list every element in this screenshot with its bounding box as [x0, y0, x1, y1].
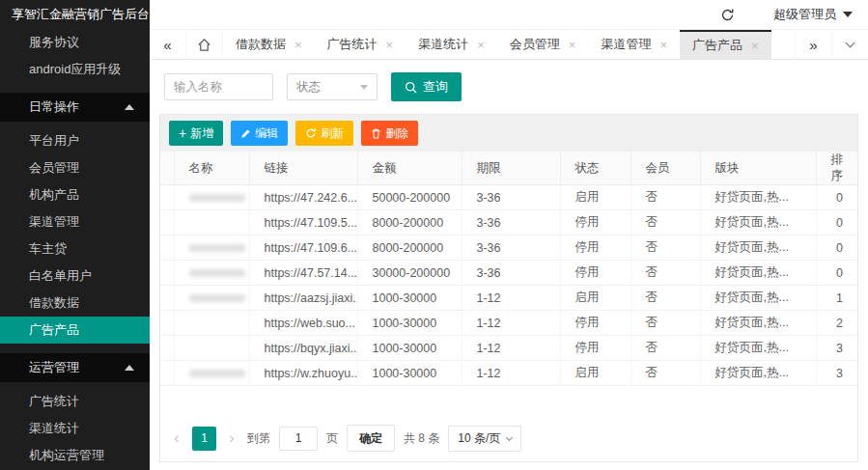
- home-icon: [197, 38, 211, 52]
- sidebar-item-car-loan[interactable]: 车主贷: [0, 235, 150, 263]
- tab-borrow-data[interactable]: 借款数据 ×: [223, 30, 315, 59]
- table-row[interactable]: https://47.109.6... 8000-200000 3-36 停用 …: [160, 235, 857, 261]
- close-icon[interactable]: ×: [569, 39, 576, 51]
- col-section[interactable]: 版块: [700, 152, 816, 185]
- tab-channel-management[interactable]: 渠道管理 ×: [588, 30, 680, 59]
- add-button[interactable]: + 新增: [169, 121, 223, 146]
- cell-term: 3-36: [462, 185, 560, 210]
- search-button-label: 查询: [423, 78, 448, 96]
- cell-sort: 0: [816, 210, 857, 235]
- sidebar-item-channel-stats[interactable]: 渠道统计: [0, 415, 150, 442]
- sidebar-item-platform-users[interactable]: 平台用户: [0, 127, 150, 154]
- app-title: 享智汇金融营销广告后台: [0, 0, 150, 29]
- close-icon[interactable]: ×: [659, 39, 667, 51]
- status-filter-select[interactable]: 状态: [287, 73, 378, 100]
- cell-name: [174, 311, 249, 336]
- sidebar-item-whitelist-users[interactable]: 白名单用户: [0, 263, 150, 290]
- sidebar-section-daily-ops[interactable]: 日常操作: [0, 93, 150, 122]
- tabs-overflow-button[interactable]: »: [795, 30, 831, 59]
- search-button[interactable]: 查询: [391, 72, 462, 101]
- close-icon[interactable]: ×: [751, 40, 759, 52]
- delete-button[interactable]: 删除: [361, 121, 418, 146]
- pagination-bar: ‹ 1 › 到第 页 确定 共 8 条 10 条/页: [160, 417, 857, 461]
- table-row[interactable]: https://bqyx.jiaxi... 1000-30000 1-12 停用…: [160, 336, 857, 361]
- redacted-name: [189, 244, 245, 252]
- cell-sort: 1: [816, 286, 857, 311]
- cell-section: 好贷页面,热...: [700, 361, 816, 386]
- cell-term: 1-12: [462, 336, 560, 361]
- sidebar-item-service-agreement[interactable]: 服务协议: [0, 29, 150, 56]
- edit-button[interactable]: 编辑: [231, 121, 288, 146]
- close-icon[interactable]: ×: [477, 39, 485, 51]
- col-term[interactable]: 期限: [462, 152, 560, 185]
- spacer-column: [160, 152, 174, 185]
- sidebar-item-institution-ops-management[interactable]: 机构运营管理: [0, 442, 150, 469]
- tabs-menu-button[interactable]: [831, 30, 868, 59]
- cell-link: https://47.109.5...: [249, 210, 357, 235]
- tab-label: 渠道管理: [601, 36, 651, 53]
- collapse-up-icon: [125, 104, 134, 110]
- table-row[interactable]: https://47.109.5... 8000-200000 3-36 停用 …: [160, 210, 857, 235]
- goto-page-input[interactable]: [279, 427, 318, 451]
- refresh-icon[interactable]: [720, 8, 735, 22]
- cell-sort: 3: [816, 336, 857, 361]
- name-filter-input[interactable]: [164, 73, 273, 100]
- close-icon[interactable]: ×: [386, 39, 394, 51]
- tab-bar: « 借款数据 × 广告统计 × 渠道统计 × 会员管理 × 渠道管理 × 广告产…: [150, 29, 868, 60]
- refresh-table-button[interactable]: 刷新: [295, 121, 353, 146]
- confirm-page-button[interactable]: 确定: [347, 425, 395, 452]
- table-empty-space: [160, 386, 857, 417]
- cell-member: 否: [630, 185, 700, 210]
- cell-member: 否: [630, 210, 700, 235]
- tab-label: 会员管理: [510, 36, 560, 53]
- sidebar-item-ad-stats[interactable]: 广告统计: [0, 388, 150, 415]
- cell-sort: 0: [816, 261, 857, 286]
- cell-status: 停用: [560, 261, 630, 286]
- table-row[interactable]: https://w.zhuoyu... 1000-30000 1-12 启用 否…: [160, 361, 857, 386]
- table-header-row: 名称 链接 金额 期限 状态 会员 版块 排序: [160, 152, 857, 185]
- page-button-1[interactable]: 1: [192, 427, 216, 451]
- col-amount[interactable]: 金额: [357, 152, 462, 185]
- tab-member-management[interactable]: 会员管理 ×: [497, 30, 589, 59]
- cell-name: [174, 210, 249, 235]
- sidebar-item-borrow-data[interactable]: 借款数据: [0, 290, 150, 317]
- redacted-name: [189, 269, 245, 277]
- next-page-button[interactable]: ›: [225, 429, 238, 447]
- user-menu[interactable]: 超级管理员: [773, 6, 853, 23]
- collapse-sidebar-button[interactable]: «: [150, 30, 186, 59]
- table-row[interactable]: https://47.57.14... 30000-200000 3-36 停用…: [160, 261, 857, 286]
- table-row[interactable]: https://web.suo... 1000-30000 1-12 停用 否 …: [160, 311, 857, 336]
- home-tab-button[interactable]: [186, 30, 223, 59]
- tab-channel-stats[interactable]: 渠道统计 ×: [406, 30, 497, 59]
- table-row[interactable]: https://47.242.6... 50000-200000 3-36 启用…: [160, 185, 857, 210]
- tab-ad-stats[interactable]: 广告统计 ×: [315, 30, 406, 59]
- close-icon[interactable]: ×: [294, 39, 302, 51]
- cell-link: https://47.109.6...: [249, 235, 357, 261]
- col-link[interactable]: 链接: [249, 152, 357, 185]
- sidebar-item-member-management[interactable]: 会员管理: [0, 154, 150, 181]
- sidebar-section-label: 日常操作: [29, 98, 79, 116]
- prev-page-button[interactable]: ‹: [170, 429, 183, 447]
- sidebar-section-label: 运营管理: [29, 359, 79, 376]
- sidebar-item-institution-products[interactable]: 机构产品: [0, 181, 150, 208]
- tab-ad-products[interactable]: 广告产品 ×: [680, 30, 771, 59]
- sidebar-item-ad-products[interactable]: 广告产品: [0, 317, 150, 344]
- sidebar-item-channel-management[interactable]: 渠道管理: [0, 208, 150, 235]
- cell-status: 停用: [560, 311, 630, 336]
- sidebar-section-operations[interactable]: 运营管理: [0, 353, 150, 382]
- cell-sort: 0: [816, 185, 857, 210]
- col-status[interactable]: 状态: [560, 152, 630, 185]
- trash-icon: [371, 128, 381, 139]
- col-sort[interactable]: 排序: [816, 152, 857, 185]
- table-row[interactable]: https://aazsj.jiaxi... 1000-30000 1-12 启…: [160, 286, 857, 311]
- cell-section: 好贷页面,热...: [700, 210, 816, 235]
- col-name[interactable]: 名称: [174, 152, 249, 185]
- cell-amount: 50000-200000: [357, 185, 462, 210]
- page-size-select[interactable]: 10 条/页: [448, 426, 521, 452]
- chevron-down-icon: [360, 85, 368, 90]
- col-member[interactable]: 会员: [630, 152, 700, 185]
- cell-status: 启用: [560, 361, 630, 386]
- plus-icon: +: [179, 126, 186, 140]
- sidebar-item-android-upgrade[interactable]: android应用升级: [0, 56, 150, 83]
- cell-link: https://web.suo...: [249, 311, 357, 336]
